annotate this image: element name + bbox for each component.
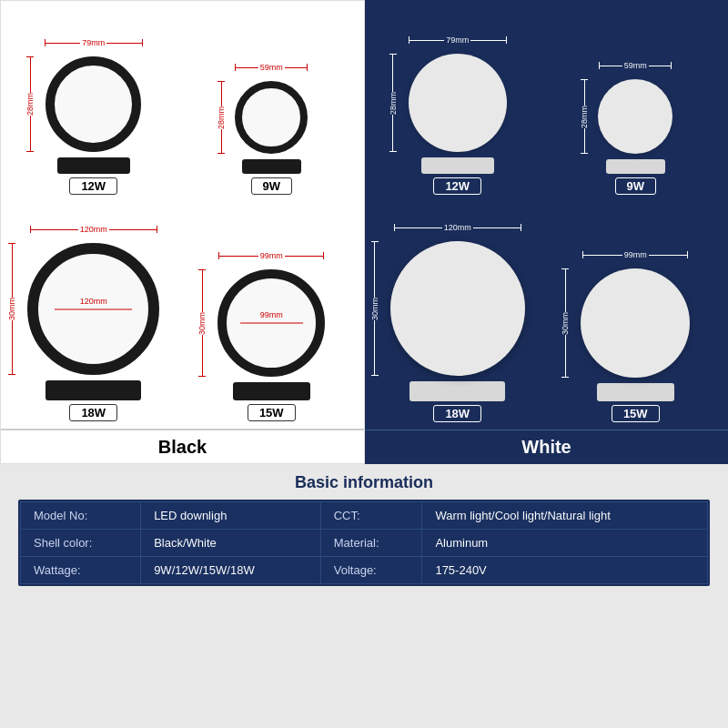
white-18w-cell: 120mm 30mm [369, 202, 547, 430]
black-18w-circle: 120mm [27, 243, 159, 375]
black-9w-cell: 59mm 28mm [183, 8, 361, 202]
white-section: 79mm 28mm [365, 0, 728, 464]
black-12w-wattage: 12W [69, 177, 117, 195]
info-row-1: Model No: LED downligh CCT: Warm light/C… [21, 502, 708, 530]
white-18w-handle [410, 381, 505, 401]
top-panel: 79mm 28mm [0, 0, 728, 464]
info-table-container: Model No: LED downligh CCT: Warm light/C… [18, 500, 710, 586]
cct-label: CCT: [320, 502, 422, 530]
white-18w-dim-v: 30mm [370, 298, 379, 320]
black-12w-dim-v: 28mm [25, 93, 35, 116]
white-15w-handle [597, 383, 674, 401]
white-9w-cell: 59mm 28mm [547, 7, 725, 202]
black-9w-circle [235, 81, 308, 154]
shell-color-label: Shell color: [21, 530, 141, 557]
black-18w-handle [46, 380, 141, 400]
info-row-3: Wattage: 9W/12W/15W/18W Voltage: 175-240… [21, 557, 708, 584]
voltage-label: Voltage: [320, 557, 422, 584]
white-18w-wattage: 18W [433, 405, 481, 422]
white-12w-dim-v: 28mm [389, 92, 398, 115]
black-9w-dim-v: 28mm [217, 106, 226, 129]
white-15w-circle [581, 268, 690, 378]
info-title: Basic information [295, 473, 433, 492]
white-label: White [365, 430, 728, 464]
black-12w-circle [46, 56, 141, 152]
info-section: Basic information Model No: LED downligh… [0, 464, 728, 728]
black-9w-dim-h: 59mm [260, 63, 283, 72]
info-row-2: Shell color: Black/White Material: Alumi… [21, 530, 708, 557]
black-15w-diam-label: 99mm [260, 310, 283, 319]
material-value: Aluminum [422, 530, 708, 557]
black-18w-dim-v: 30mm [7, 298, 16, 320]
black-15w-wattage: 15W [248, 404, 296, 421]
black-9w-handle [242, 159, 301, 174]
black-15w-handle [233, 382, 310, 400]
black-section: 79mm 28mm [0, 0, 365, 464]
white-18w-dim-h: 120mm [444, 223, 471, 232]
black-15w-circle: 99mm [217, 269, 325, 377]
black-15w-dim-v: 30mm [197, 312, 207, 335]
black-18w-diam-label: 120mm [80, 297, 107, 306]
black-18w-cell: 120mm 30mm [5, 202, 183, 429]
shell-color-value: Black/White [141, 530, 321, 557]
white-12w-wattage: 12W [433, 177, 481, 195]
black-9w-wattage: 9W [251, 177, 293, 195]
wattage-label: Wattage: [21, 557, 141, 584]
black-12w-dim-h: 79mm [82, 38, 105, 47]
model-no-value: LED downligh [141, 502, 321, 530]
black-18w-wattage: 18W [69, 404, 117, 421]
black-12w-cell: 79mm 28mm [5, 8, 183, 202]
white-9w-dim-h: 59mm [624, 61, 647, 70]
info-table: Model No: LED downligh CCT: Warm light/C… [20, 501, 708, 584]
white-9w-handle [606, 159, 665, 174]
voltage-value: 175-240V [422, 557, 708, 584]
white-15w-wattage: 15W [612, 405, 660, 422]
white-12w-circle [409, 54, 507, 152]
white-9w-wattage: 9W [615, 177, 657, 195]
main-container: 79mm 28mm [0, 0, 728, 728]
white-9w-dim-v: 28mm [580, 106, 589, 128]
white-15w-cell: 99mm 30mm [547, 202, 725, 430]
black-12w-handle [57, 157, 130, 174]
wattage-value: 9W/12W/15W/18W [141, 557, 321, 584]
black-18w-dim-h: 120mm [80, 225, 107, 234]
white-12w-dim-h: 79mm [446, 35, 469, 45]
model-no-label: Model No: [21, 502, 141, 530]
white-12w-handle [421, 157, 494, 174]
white-18w-circle [390, 241, 525, 376]
black-label: Black [1, 429, 364, 463]
material-label: Material: [320, 530, 422, 557]
cct-value: Warm light/Cool light/Natural light [422, 502, 708, 530]
white-12w-cell: 79mm 28mm [369, 7, 547, 202]
white-15w-dim-v: 30mm [561, 312, 570, 335]
black-15w-cell: 99mm 30mm [183, 202, 361, 429]
black-15w-dim-h: 99mm [260, 251, 283, 260]
white-9w-circle [598, 79, 672, 154]
white-15w-dim-h: 99mm [624, 250, 647, 259]
